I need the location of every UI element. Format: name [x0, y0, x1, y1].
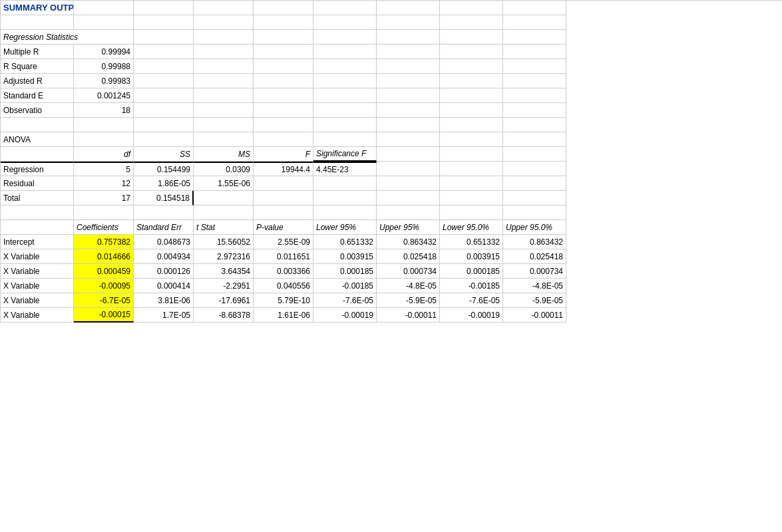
empty-cell [313, 45, 377, 59]
empty-cell [503, 45, 566, 59]
pval-header: P-value [254, 220, 313, 235]
empty-cell [194, 45, 254, 59]
empty-cell [313, 103, 377, 118]
empty-cell [440, 162, 503, 176]
empty-cell [134, 132, 194, 147]
empty-cell [134, 205, 194, 220]
empty-cell [377, 132, 440, 147]
xvar5-tstat: -8.68378 [194, 308, 254, 323]
anova-residual-f [254, 176, 313, 191]
anova-df-header: df [74, 147, 134, 162]
anova-residual-sig [313, 176, 377, 191]
empty-cell [74, 118, 134, 132]
empty-cell [440, 1, 503, 15]
anova-title: ANOVA [1, 132, 74, 147]
empty-cell [440, 59, 503, 74]
empty-cell [377, 30, 440, 45]
empty-cell [254, 30, 313, 45]
empty-cell [134, 45, 194, 59]
xvar1-l950: 0.003915 [440, 249, 503, 264]
empty-cell [194, 30, 254, 45]
empty-cell [377, 1, 440, 15]
empty-cell [503, 74, 566, 88]
empty-cell [254, 132, 313, 147]
empty-cell [377, 88, 440, 103]
l95-header: Lower 95% [313, 220, 377, 235]
xvar2-pval: 0.003366 [254, 264, 313, 279]
empty-cell [254, 15, 313, 30]
empty-cell [440, 132, 503, 147]
empty-cell [440, 147, 503, 162]
xvar4-coef: -6.7E-05 [74, 293, 134, 308]
empty-cell [134, 103, 194, 118]
anova-ss-header: SS [134, 147, 194, 162]
anova-residual-ms: 1.55E-06 [194, 176, 254, 191]
empty-cell [254, 118, 313, 132]
empty-cell [74, 1, 134, 15]
intercept-l950: 0.651332 [440, 235, 503, 249]
intercept-l95: 0.651332 [313, 235, 377, 249]
intercept-u95: 0.863432 [377, 235, 440, 249]
xvar1-coef: 0.014666 [74, 249, 134, 264]
r-square-label: R Square [1, 59, 74, 74]
empty-cell [503, 205, 566, 220]
empty-cell [313, 74, 377, 88]
xvar2-u950: 0.000734 [503, 264, 566, 279]
empty-cell [74, 205, 134, 220]
anova-sig-header: Significance F [313, 147, 377, 162]
empty-cell [134, 118, 194, 132]
xvar2-label: X Variable [1, 264, 74, 279]
anova-regression-df: 5 [74, 162, 134, 176]
standard-e-label: Standard E [1, 88, 74, 103]
xvar3-tstat: -2.2951 [194, 279, 254, 293]
empty-cell [377, 59, 440, 74]
xvar2-se: 0.000126 [134, 264, 194, 279]
multiple-r-value: 0.99994 [74, 45, 134, 59]
empty-cell [440, 191, 503, 205]
xvar5-l950: -0.00019 [440, 308, 503, 323]
empty-cell [377, 205, 440, 220]
xvar5-u95: -0.00011 [377, 308, 440, 323]
xvar4-u95: -5.9E-05 [377, 293, 440, 308]
xvar5-u950: -0.00011 [503, 308, 566, 323]
regression-stats-title: Regression Statistics [1, 30, 134, 45]
empty-cell [313, 59, 377, 74]
empty-cell [377, 103, 440, 118]
empty-cell [254, 59, 313, 74]
intercept-u950: 0.863432 [503, 235, 566, 249]
empty-cell [254, 103, 313, 118]
empty-cell [254, 205, 313, 220]
empty-cell [503, 132, 566, 147]
u95-header: Upper 95% [377, 220, 440, 235]
empty-cell [194, 88, 254, 103]
empty-cell [134, 59, 194, 74]
empty-cell [313, 191, 377, 205]
empty-cell [134, 74, 194, 88]
empty-cell [377, 176, 440, 191]
empty-cell [313, 88, 377, 103]
xvar3-u950: -4.8E-05 [503, 279, 566, 293]
xvar2-tstat: 3.64354 [194, 264, 254, 279]
xvar4-se: 3.81E-06 [134, 293, 194, 308]
anova-regression-ss: 0.154499 [134, 162, 194, 176]
empty-cell [134, 30, 194, 45]
empty-cell [313, 205, 377, 220]
empty-cell [503, 1, 566, 15]
empty-cell [74, 15, 134, 30]
empty-cell [377, 162, 440, 176]
xvar1-u95: 0.025418 [377, 249, 440, 264]
xvar1-label: X Variable [1, 249, 74, 264]
xvar1-l95: 0.003915 [313, 249, 377, 264]
anova-regression-sig: 4.45E-23 [313, 162, 377, 176]
xvar1-u950: 0.025418 [503, 249, 566, 264]
empty-cell [503, 176, 566, 191]
xvar5-se: 1.7E-05 [134, 308, 194, 323]
xvar3-se: 0.000414 [134, 279, 194, 293]
spreadsheet: SUMMARY OUTPUT Regression Statistics Mul… [0, 0, 782, 323]
xvar3-l950: -0.00185 [440, 279, 503, 293]
xvar3-coef: -0.00095 [74, 279, 134, 293]
empty-cell [194, 74, 254, 88]
xvar3-pval: 0.040556 [254, 279, 313, 293]
empty-cell [194, 59, 254, 74]
empty-cell [440, 88, 503, 103]
